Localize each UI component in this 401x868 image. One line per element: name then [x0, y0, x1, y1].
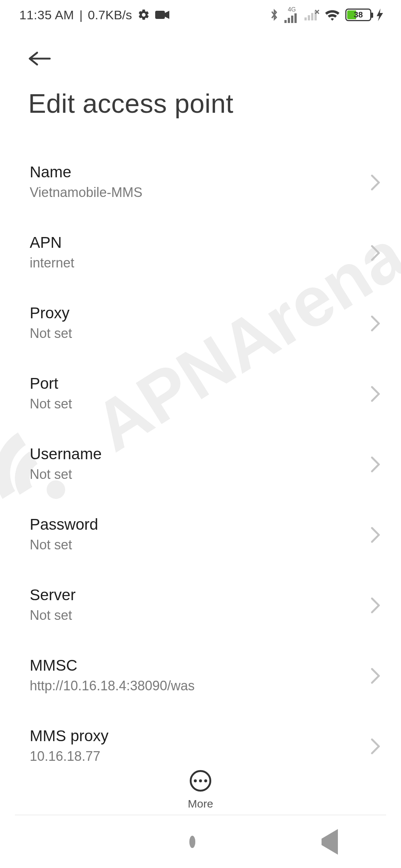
setting-item-server[interactable]: Server Not set — [0, 570, 401, 640]
camera-icon — [155, 10, 169, 20]
setting-item-port[interactable]: Port Not set — [0, 358, 401, 429]
chevron-right-icon — [371, 738, 381, 756]
battery-percent: 38 — [346, 10, 370, 20]
page-title: Edit access point — [28, 88, 234, 119]
status-time: 11:35 AM — [19, 8, 74, 22]
chevron-right-icon — [371, 597, 381, 615]
status-separator: | — [79, 8, 83, 22]
setting-value: Not set — [30, 537, 360, 553]
setting-label: APN — [30, 234, 360, 251]
svg-rect-3 — [291, 16, 293, 23]
status-right: 4G 38 — [270, 7, 383, 23]
chevron-right-icon — [371, 456, 381, 474]
setting-label: Username — [30, 445, 360, 463]
triangle-left-icon — [322, 829, 338, 855]
charging-icon — [376, 9, 383, 21]
more-label: More — [188, 798, 213, 810]
setting-value: 10.16.18.77 — [30, 749, 360, 764]
svg-rect-1 — [284, 20, 287, 23]
chevron-right-icon — [371, 245, 381, 263]
svg-rect-5 — [304, 17, 307, 20]
svg-rect-7 — [311, 13, 313, 20]
signal-nosim-icon — [304, 9, 319, 21]
setting-value: Vietnamobile-MMS — [30, 185, 360, 200]
svg-rect-2 — [288, 18, 290, 23]
setting-value: Not set — [30, 608, 360, 623]
setting-item-apn[interactable]: APN internet — [0, 217, 401, 288]
setting-label: Name — [30, 163, 360, 181]
setting-value: Not set — [30, 467, 360, 482]
nav-home-button[interactable] — [189, 839, 195, 845]
chevron-right-icon — [371, 386, 381, 404]
setting-value: internet — [30, 255, 360, 271]
setting-label: MMSC — [30, 657, 360, 674]
setting-item-proxy[interactable]: Proxy Not set — [0, 288, 401, 358]
setting-label: Proxy — [30, 304, 360, 322]
wifi-icon — [325, 9, 340, 21]
setting-value: Not set — [30, 396, 360, 412]
signal-4g-icon: 4G — [284, 7, 299, 23]
settings-list: Name Vietnamobile-MMS APN internet Proxy… — [0, 147, 401, 775]
svg-rect-4 — [294, 13, 297, 23]
signal-label: 4G — [288, 7, 296, 13]
setting-item-username[interactable]: Username Not set — [0, 429, 401, 499]
setting-label: Port — [30, 375, 360, 392]
setting-item-mmsc[interactable]: MMSC http://10.16.18.4:38090/was — [0, 640, 401, 711]
svg-rect-0 — [155, 11, 165, 19]
chevron-right-icon — [371, 174, 381, 192]
battery-icon: 38 — [345, 9, 371, 21]
setting-value: http://10.16.18.4:38090/was — [30, 678, 360, 694]
setting-item-name[interactable]: Name Vietnamobile-MMS — [0, 147, 401, 217]
setting-item-password[interactable]: Password Not set — [0, 499, 401, 570]
nav-back-button[interactable] — [322, 839, 338, 845]
status-net-speed: 0.7KB/s — [88, 8, 132, 22]
setting-label: Password — [30, 516, 360, 533]
back-row — [0, 37, 401, 82]
circle-icon — [189, 836, 195, 848]
status-left: 11:35 AM | 0.7KB/s — [19, 8, 169, 22]
more-button[interactable]: More — [0, 764, 401, 816]
gear-icon — [137, 9, 150, 21]
navigation-bar — [0, 816, 401, 868]
more-icon — [190, 770, 211, 792]
setting-label: MMS proxy — [30, 727, 360, 745]
back-button[interactable] — [27, 50, 53, 69]
chevron-right-icon — [371, 315, 381, 333]
status-bar: 11:35 AM | 0.7KB/s 4G — [0, 0, 401, 30]
setting-label: Server — [30, 586, 360, 604]
svg-rect-6 — [308, 15, 310, 20]
bluetooth-icon — [270, 8, 279, 22]
chevron-right-icon — [371, 668, 381, 685]
setting-value: Not set — [30, 326, 360, 341]
chevron-right-icon — [371, 527, 381, 545]
